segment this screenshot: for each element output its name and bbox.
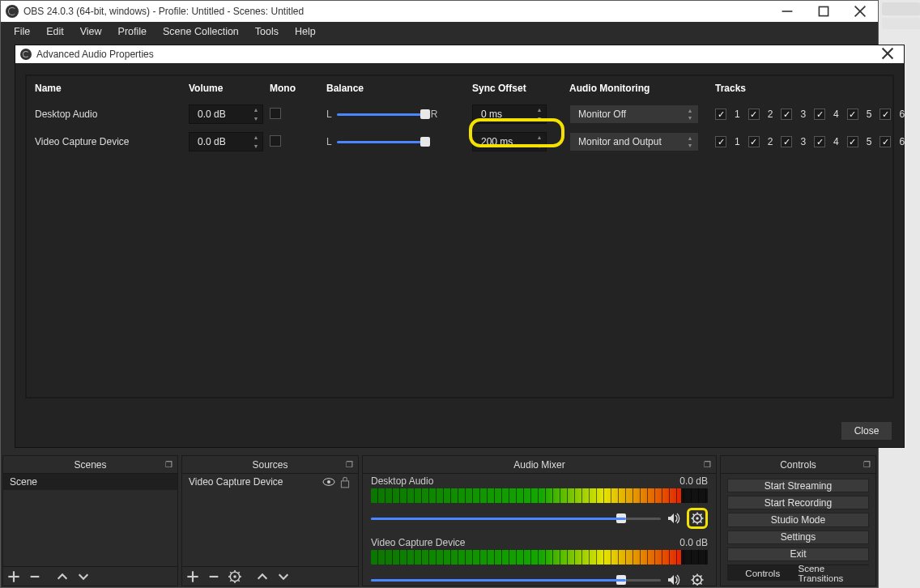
track-2-checkbox[interactable] — [748, 136, 760, 147]
balance-r-label: R — [431, 109, 438, 120]
scene-row[interactable]: Scene — [3, 474, 177, 490]
volume-field[interactable]: 0.0 dB▲▼ — [189, 104, 263, 124]
track-2-checkbox[interactable] — [748, 109, 760, 120]
menu-profile[interactable]: Profile — [110, 23, 155, 40]
mixer-channel: Desktop Audio 0.0 dB — [363, 474, 716, 529]
settings-button[interactable]: Settings — [727, 530, 869, 544]
source-label: Video Capture Device — [189, 476, 319, 488]
track-4-checkbox[interactable] — [814, 109, 825, 120]
audio-monitoring-select[interactable]: Monitor Off▲▼ — [569, 104, 699, 124]
dialog-title: Advanced Audio Properties — [36, 49, 871, 60]
track-4-checkbox[interactable] — [814, 136, 825, 147]
move-source-up-button[interactable] — [255, 569, 270, 584]
visibility-icon[interactable] — [322, 475, 335, 488]
sync-value: 0 ms — [481, 109, 502, 120]
track-3-checkbox[interactable] — [781, 136, 792, 147]
svg-point-8 — [327, 480, 330, 484]
svg-point-14 — [233, 575, 236, 578]
studio-mode-button[interactable]: Studio Mode — [727, 513, 869, 526]
channel-settings-button[interactable] — [687, 508, 708, 529]
window-titlebar: OBS 24.0.3 (64-bit, windows) - Profile: … — [1, 1, 878, 22]
move-scene-up-button[interactable] — [55, 569, 70, 584]
spinner-icon[interactable]: ▲▼ — [249, 133, 262, 151]
balance-slider[interactable]: LR — [326, 136, 472, 147]
mixer-header: Audio Mixer ❐ — [363, 456, 716, 474]
sync-offset-field[interactable]: 200 ms▲▼ — [472, 132, 547, 151]
mono-checkbox[interactable] — [270, 108, 281, 119]
mono-checkbox[interactable] — [270, 135, 281, 147]
undock-icon[interactable]: ❐ — [861, 458, 872, 470]
menu-file[interactable]: File — [6, 23, 38, 40]
volume-value: 0.0 dB — [198, 136, 226, 147]
minimize-button[interactable] — [769, 1, 805, 22]
volume-field[interactable]: 0.0 dB▲▼ — [189, 132, 263, 151]
start-recording-button[interactable]: Start Recording — [727, 496, 869, 509]
svg-line-32 — [701, 514, 702, 516]
menu-tools[interactable]: Tools — [247, 23, 287, 40]
dialog-close-button[interactable] — [871, 47, 904, 62]
audio-properties-grid: Name Volume Mono Balance Sync Offset Aud… — [25, 75, 894, 398]
maximize-button[interactable] — [805, 1, 841, 22]
menu-view[interactable]: View — [72, 23, 110, 40]
svg-line-30 — [693, 514, 695, 516]
menu-edit[interactable]: Edit — [38, 23, 72, 40]
sync-value: 200 ms — [481, 136, 513, 147]
spinner-icon[interactable]: ▲▼ — [249, 105, 262, 123]
track-5-checkbox[interactable] — [847, 136, 858, 147]
combo-arrows-icon: ▲▼ — [684, 134, 696, 149]
advanced-audio-dialog: Advanced Audio Properties Name Volume Mo… — [15, 45, 905, 448]
speaker-icon[interactable] — [666, 510, 682, 526]
scene-transitions-tab[interactable]: Scene Transitions — [799, 565, 870, 581]
menu-scene-collection[interactable]: Scene Collection — [155, 23, 247, 40]
svg-line-42 — [701, 583, 702, 585]
volume-slider[interactable] — [371, 518, 661, 520]
volume-meter — [371, 550, 708, 565]
track-3-checkbox[interactable] — [781, 109, 792, 120]
spinner-icon[interactable]: ▲▼ — [533, 133, 546, 151]
track-6-checkbox[interactable] — [880, 136, 891, 147]
add-source-button[interactable] — [185, 569, 200, 584]
speaker-icon[interactable] — [666, 572, 682, 586]
menu-bar: File Edit View Profile Scene Collection … — [1, 22, 878, 41]
controls-tab[interactable]: Controls — [727, 565, 799, 581]
move-scene-down-button[interactable] — [76, 569, 91, 584]
row-name: Desktop Audio — [35, 109, 189, 120]
undock-icon[interactable]: ❐ — [701, 458, 713, 470]
svg-marker-23 — [668, 513, 674, 523]
close-window-button[interactable] — [841, 1, 878, 22]
exit-button[interactable]: Exit — [727, 548, 869, 561]
menu-help[interactable]: Help — [287, 23, 324, 40]
track-6-checkbox[interactable] — [880, 109, 891, 120]
channel-settings-button[interactable] — [687, 569, 708, 586]
track-1-checkbox[interactable] — [715, 109, 726, 120]
col-volume: Volume — [189, 83, 270, 94]
track-5-checkbox[interactable] — [847, 109, 858, 120]
audio-monitoring-select[interactable]: Monitor and Output▲▼ — [569, 132, 699, 151]
channel-level: 0.0 dB — [679, 537, 708, 548]
sources-dock: Sources ❐ Video Capture Device — [181, 455, 359, 586]
col-sync: Sync Offset — [472, 83, 569, 94]
remove-scene-button[interactable] — [28, 569, 42, 584]
remove-source-button[interactable] — [207, 569, 221, 584]
lock-icon[interactable] — [339, 475, 351, 488]
svg-point-25 — [696, 517, 698, 519]
volume-slider[interactable] — [371, 579, 661, 582]
row-name: Video Capture Device — [35, 136, 189, 147]
track-1-checkbox[interactable] — [715, 136, 726, 147]
window-title: OBS 24.0.3 (64-bit, windows) - Profile: … — [23, 6, 769, 17]
svg-line-22 — [230, 580, 231, 581]
svg-marker-34 — [668, 575, 674, 585]
move-source-down-button[interactable] — [276, 569, 291, 584]
sync-offset-field[interactable]: 0 ms▲▼ — [472, 104, 547, 124]
undock-icon[interactable]: ❐ — [163, 458, 174, 470]
start-streaming-button[interactable]: Start Streaming — [727, 479, 869, 492]
spinner-icon[interactable]: ▲▼ — [533, 105, 546, 123]
undock-icon[interactable]: ❐ — [343, 458, 355, 470]
channel-name: Video Capture Device — [371, 537, 466, 548]
source-properties-button[interactable] — [228, 569, 242, 584]
source-row[interactable]: Video Capture Device — [182, 474, 358, 490]
add-scene-button[interactable] — [6, 569, 21, 584]
sources-toolbar — [182, 566, 358, 586]
dialog-close-ok-button[interactable]: Close — [841, 421, 892, 441]
balance-slider[interactable]: LR — [326, 109, 472, 120]
